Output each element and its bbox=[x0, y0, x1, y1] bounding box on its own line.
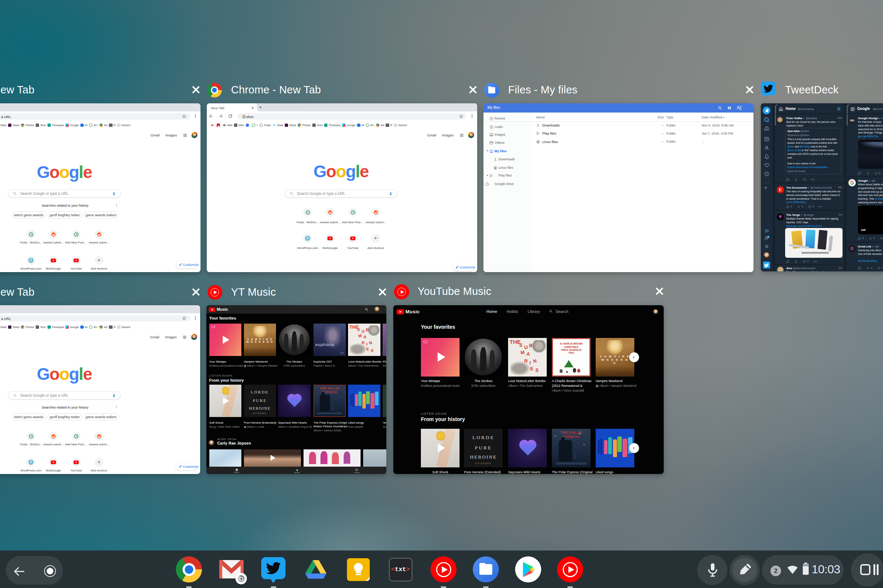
svg-text:8: 8 bbox=[767, 236, 769, 238]
